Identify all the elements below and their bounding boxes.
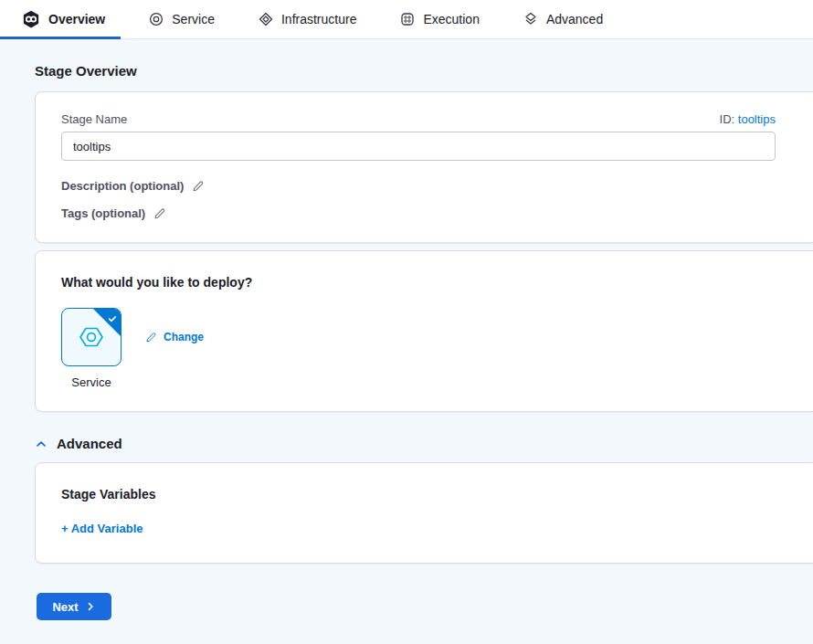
next-button-label: Next [52,600,78,614]
stage-tabbar: Overview Service Infrastructure [0,0,813,39]
tab-infrastructure-label: Infrastructure [281,12,356,26]
advanced-layers-icon [523,12,538,26]
deploy-heading: What would you like to deploy? [61,275,794,290]
stage-name-label: Stage Name [61,112,127,126]
service-ring-icon [149,12,164,26]
service-tile-label: Service [71,375,111,389]
stage-name-input[interactable] [61,132,776,161]
deploy-type-card: What would you like to deploy? Service [35,250,813,412]
change-link-label: Change [164,331,204,343]
overview-hexagon-link-icon [22,10,40,28]
tags-label: Tags (optional) [61,206,145,220]
tab-overview[interactable]: Overview [22,10,105,28]
chevron-up-icon [35,438,48,450]
change-pencil-icon [145,332,157,343]
execution-steps-icon [400,12,415,26]
edit-tags-pencil-icon[interactable] [153,207,166,220]
next-button[interactable]: Next [37,593,111,620]
chevron-right-icon [85,601,96,612]
advanced-section-title: Advanced [57,436,122,451]
advanced-section-toggle[interactable]: Advanced [35,436,813,451]
checkmark-icon [107,311,118,328]
active-tab-indicator [0,37,121,39]
tab-overview-label: Overview [48,12,105,26]
add-variable-link[interactable]: + Add Variable [61,522,143,535]
page-title: Stage Overview [35,63,813,79]
tab-execution[interactable]: Execution [400,12,479,26]
tab-service[interactable]: Service [149,12,215,26]
stage-variables-card: Stage Variables + Add Variable [35,462,813,564]
stage-id-label: ID: [720,112,738,126]
service-deploy-tile[interactable] [61,308,121,366]
stage-id: ID: tooltips [720,112,776,126]
tags-row: Tags (optional) [61,206,776,220]
tab-advanced-label: Advanced [546,12,603,26]
tab-execution-label: Execution [423,12,479,26]
description-row: Description (optional) [61,179,776,193]
stage-overview-card: Stage Name ID: tooltips Description (opt… [35,91,813,243]
tab-infrastructure[interactable]: Infrastructure [259,12,356,26]
description-label: Description (optional) [61,179,184,193]
tab-service-label: Service [172,12,215,26]
stage-id-link[interactable]: tooltips [738,112,776,126]
infrastructure-diamond-icon [259,12,273,26]
stage-variables-heading: Stage Variables [61,487,794,501]
change-deploy-type-link[interactable]: Change [145,331,204,343]
edit-description-pencil-icon[interactable] [192,180,205,193]
tab-advanced[interactable]: Advanced [523,12,603,26]
